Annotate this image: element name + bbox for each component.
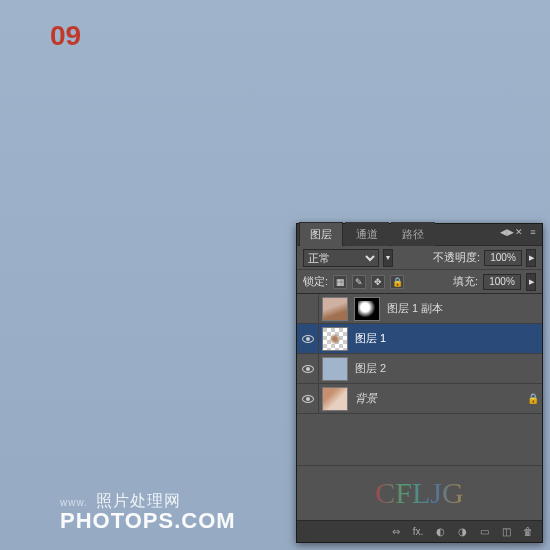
opacity-slider-icon[interactable]: ▶ (526, 249, 536, 267)
trash-icon[interactable]: 🗑 (520, 525, 536, 539)
eye-icon (302, 335, 314, 343)
adjustment-icon[interactable]: ◑ (454, 525, 470, 539)
panel-header: 图层 通道 路径 ◀▶ ✕ ≡ (297, 224, 542, 246)
decorative-logo: CFLJG (297, 465, 542, 520)
layers-list: 图层 1 副本图层 1图层 2背景🔒 (297, 294, 542, 465)
menu-icon[interactable]: ≡ (528, 227, 538, 237)
tab-channels[interactable]: 通道 (345, 222, 389, 246)
close-icon[interactable]: ✕ (514, 227, 524, 237)
fill-value[interactable]: 100% (483, 274, 521, 290)
blend-mode-select[interactable]: 正常 (303, 249, 379, 267)
tab-paths[interactable]: 路径 (391, 222, 435, 246)
step-number-overlay: 09 (50, 20, 81, 52)
new-layer-icon[interactable]: ◫ (498, 525, 514, 539)
visibility-toggle[interactable] (297, 324, 319, 354)
lock-label: 锁定: (303, 274, 328, 289)
lock-all-icon[interactable]: 🔒 (390, 275, 404, 289)
lock-position-icon[interactable]: ✥ (371, 275, 385, 289)
lock-fill-row: 锁定: ▦ ✎ ✥ 🔒 填充: 100% ▶ (297, 270, 542, 294)
layer-name[interactable]: 背景 (351, 391, 524, 406)
layer-thumbnail[interactable] (322, 387, 348, 411)
layer-thumbnail[interactable] (322, 357, 348, 381)
tab-layers[interactable]: 图层 (299, 222, 343, 246)
layer-row[interactable]: 背景🔒 (297, 384, 542, 414)
eye-icon (302, 395, 314, 403)
blend-opacity-row: 正常 ▼ 不透明度: 100% ▶ (297, 246, 542, 270)
fill-slider-icon[interactable]: ▶ (526, 273, 536, 291)
layer-row[interactable]: 图层 1 (297, 324, 542, 354)
layer-name[interactable]: 图层 1 (351, 331, 542, 346)
eye-icon (302, 365, 314, 373)
layers-panel: 图层 通道 路径 ◀▶ ✕ ≡ 正常 ▼ 不透明度: 100% ▶ 锁定: ▦ … (296, 223, 543, 543)
layer-row[interactable]: 图层 1 副本 (297, 294, 542, 324)
mask-icon[interactable]: ◐ (432, 525, 448, 539)
layer-mask-thumbnail[interactable] (354, 297, 380, 321)
layer-name[interactable]: 图层 2 (351, 361, 542, 376)
layer-name[interactable]: 图层 1 副本 (383, 301, 542, 316)
visibility-toggle[interactable] (297, 294, 319, 324)
fill-label: 填充: (453, 274, 478, 289)
layer-thumbnail[interactable] (322, 297, 348, 321)
group-icon[interactable]: ▭ (476, 525, 492, 539)
opacity-value[interactable]: 100% (484, 250, 522, 266)
visibility-toggle[interactable] (297, 354, 319, 384)
visibility-toggle[interactable] (297, 384, 319, 414)
layer-row[interactable]: 图层 2 (297, 354, 542, 384)
lock-transparency-icon[interactable]: ▦ (333, 275, 347, 289)
opacity-label: 不透明度: (433, 250, 480, 265)
watermark: www.照片处理网 PHOTOPS.COM (60, 491, 236, 534)
layer-thumbnail[interactable] (322, 327, 348, 351)
fx-icon[interactable]: fx. (410, 525, 426, 539)
panel-footer: ⇔fx.◐◑▭◫🗑 (297, 520, 542, 542)
lock-icon: 🔒 (524, 393, 542, 404)
lock-pixels-icon[interactable]: ✎ (352, 275, 366, 289)
blend-mode-dropdown-icon[interactable]: ▼ (383, 249, 393, 267)
link-icon[interactable]: ⇔ (388, 525, 404, 539)
collapse-icon[interactable]: ◀▶ (500, 227, 510, 237)
